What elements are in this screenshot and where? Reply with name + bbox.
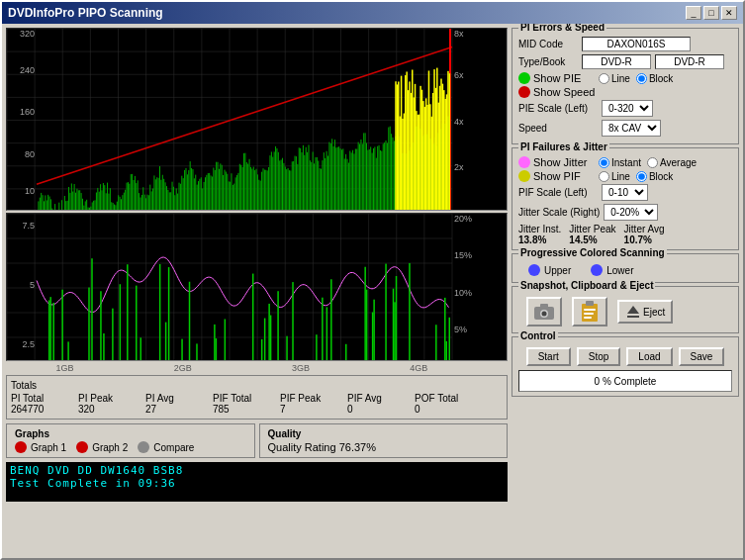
speed-dot bbox=[518, 86, 530, 98]
pie-line-radio[interactable] bbox=[599, 73, 609, 84]
speed-row: Speed 8x CAV 4x CAV 2x CAV bbox=[518, 120, 732, 137]
camera-button[interactable] bbox=[526, 297, 562, 327]
speed-select[interactable]: 8x CAV 4x CAV 2x CAV bbox=[602, 120, 661, 137]
jitter-peak-label: Jitter Peak bbox=[569, 224, 615, 234]
progressive-title: Progressive Colored Scanning bbox=[518, 247, 667, 258]
graph2-item[interactable]: Graph 2 bbox=[76, 441, 128, 453]
main-content: 1GB 2GB 3GB 4GB Totals PI Total PI Peak … bbox=[2, 24, 743, 558]
header-pof-total: POF Total bbox=[415, 393, 474, 404]
jitter-instant-option[interactable]: Instant bbox=[599, 157, 641, 168]
progress-bar-container: 0 % Complete bbox=[518, 370, 732, 392]
quality-box: Quality Quality Rating 76.37% bbox=[259, 423, 509, 458]
val-pif-total: 785 bbox=[213, 404, 272, 415]
camera-icon bbox=[533, 303, 555, 321]
jitter-peak-item: Jitter Peak 14.5% bbox=[569, 224, 615, 245]
pie-block-option[interactable]: Block bbox=[636, 73, 673, 84]
bottom-chart bbox=[6, 213, 508, 361]
val-pif-avg: 0 bbox=[347, 404, 407, 415]
show-jitter-row: Show Jitter Instant Average bbox=[518, 156, 732, 168]
totals-headers: PI Total PI Peak PI Avg PIF Total PIF Pe… bbox=[11, 393, 503, 404]
compare-item[interactable]: Compare bbox=[138, 441, 194, 453]
type-book-label: Type/Book bbox=[518, 56, 578, 67]
totals-section: Totals PI Total PI Peak PI Avg PIF Total… bbox=[6, 375, 508, 420]
close-button[interactable]: ✕ bbox=[721, 6, 737, 20]
svg-rect-5 bbox=[586, 301, 594, 306]
type-book-val2: DVD-R bbox=[655, 54, 724, 69]
pif-line-radio[interactable] bbox=[599, 171, 609, 182]
upper-label: Upper bbox=[544, 265, 571, 276]
lower-item: Lower bbox=[591, 264, 633, 276]
top-chart bbox=[6, 28, 508, 211]
show-speed-row: Show Speed bbox=[518, 86, 732, 98]
svg-marker-9 bbox=[627, 306, 639, 314]
jitter-scale-select[interactable]: 0-20% 0-10% 0-30% bbox=[604, 204, 658, 221]
jitter-dot bbox=[518, 156, 530, 168]
graph2-label: Graph 2 bbox=[92, 442, 128, 453]
mid-code-label: MID Code bbox=[518, 39, 578, 49]
snapshot-row: Eject bbox=[518, 295, 732, 328]
type-book-val1: DVD-R bbox=[582, 54, 651, 69]
jitter-average-radio[interactable] bbox=[647, 157, 658, 168]
svg-point-2 bbox=[542, 312, 547, 317]
load-button[interactable]: Load bbox=[626, 347, 672, 366]
title-bar: DVDInfoPro PIPO Scanning _ □ ✕ bbox=[2, 2, 743, 24]
window-controls: _ □ ✕ bbox=[686, 6, 737, 20]
val-pi-total: 264770 bbox=[11, 404, 70, 415]
jitter-avg-item: Jitter Avg 10.7% bbox=[624, 224, 665, 245]
snapshot-group: Snapshot, Clipboard & Eject bbox=[512, 286, 739, 333]
show-pif-label: Show PIF bbox=[533, 170, 581, 182]
graphs-box: Graphs Graph 1 Graph 2 Compare bbox=[6, 423, 255, 458]
header-pif-peak: PIF Peak bbox=[280, 393, 339, 404]
header-pi-peak: PI Peak bbox=[78, 393, 138, 404]
pi-failures-title: PI Failures & Jitter bbox=[518, 141, 609, 152]
svg-rect-3 bbox=[540, 304, 548, 308]
show-pie-label: Show PIE bbox=[533, 72, 581, 84]
main-window: DVDInfoPro PIPO Scanning _ □ ✕ 1GB 2GB 3… bbox=[0, 0, 745, 560]
save-button[interactable]: Save bbox=[679, 347, 725, 366]
left-panel: 1GB 2GB 3GB 4GB Totals PI Total PI Peak … bbox=[6, 28, 508, 554]
pif-scale-select[interactable]: 0-10 0-20 0-50 bbox=[602, 184, 648, 201]
led-line2: Test Complete in 09:36 bbox=[10, 477, 504, 490]
jitter-inst-item: Jitter Inst. 13.8% bbox=[518, 224, 561, 245]
svg-rect-10 bbox=[627, 316, 639, 318]
pif-block-radio[interactable] bbox=[636, 171, 647, 182]
pie-scale-row: PIE Scale (Left) 0-320 0-100 0-200 bbox=[518, 100, 732, 117]
header-pif-avg: PIF Avg bbox=[347, 393, 407, 404]
pif-block-option[interactable]: Block bbox=[636, 171, 673, 182]
stop-button[interactable]: Stop bbox=[577, 347, 621, 366]
jitter-scale-label: Jitter Scale (Right) bbox=[518, 207, 600, 218]
compare-dot bbox=[138, 441, 149, 453]
pie-scale-label: PIE Scale (Left) bbox=[518, 103, 598, 114]
lower-label: Lower bbox=[606, 265, 633, 276]
eject-button[interactable]: Eject bbox=[617, 300, 673, 324]
minimize-button[interactable]: _ bbox=[686, 6, 701, 20]
svg-rect-8 bbox=[584, 317, 592, 319]
show-pie-row: Show PIE Line Block bbox=[518, 72, 732, 84]
window-title: DVDInfoPro PIPO Scanning bbox=[8, 6, 163, 20]
pif-dot bbox=[518, 170, 530, 182]
val-pi-peak: 320 bbox=[78, 404, 138, 415]
graph1-item[interactable]: Graph 1 bbox=[15, 441, 66, 453]
start-button[interactable]: Start bbox=[526, 347, 571, 366]
header-pi-avg: PI Avg bbox=[145, 393, 205, 404]
graphs-title: Graphs bbox=[15, 428, 246, 439]
pif-scale-label: PIF Scale (Left) bbox=[518, 187, 598, 198]
maximize-button[interactable]: □ bbox=[703, 6, 719, 20]
pif-line-option[interactable]: Line bbox=[599, 171, 630, 182]
control-buttons-row: Start Stop Load Save bbox=[518, 345, 732, 368]
jitter-inst-value: 13.8% bbox=[518, 234, 561, 245]
jitter-average-option[interactable]: Average bbox=[647, 157, 697, 168]
compare-label: Compare bbox=[153, 442, 194, 453]
graphs-quality-row: Graphs Graph 1 Graph 2 Compare bbox=[6, 423, 508, 458]
pie-line-option[interactable]: Line bbox=[599, 73, 630, 84]
pi-errors-title: PI Errors & Speed bbox=[518, 24, 606, 33]
pie-block-radio[interactable] bbox=[636, 73, 647, 84]
right-panel: PI Errors & Speed MID Code DAXON016S Typ… bbox=[512, 28, 739, 554]
snapshot-title: Snapshot, Clipboard & Eject bbox=[518, 280, 655, 291]
header-pi-total: PI Total bbox=[11, 393, 70, 404]
clipboard-button[interactable] bbox=[572, 297, 607, 327]
pie-scale-select[interactable]: 0-320 0-100 0-200 bbox=[602, 100, 653, 117]
jitter-avg-label: Jitter Avg bbox=[624, 224, 665, 234]
jitter-instant-radio[interactable] bbox=[599, 157, 609, 168]
show-pif-row: Show PIF Line Block bbox=[518, 170, 732, 182]
